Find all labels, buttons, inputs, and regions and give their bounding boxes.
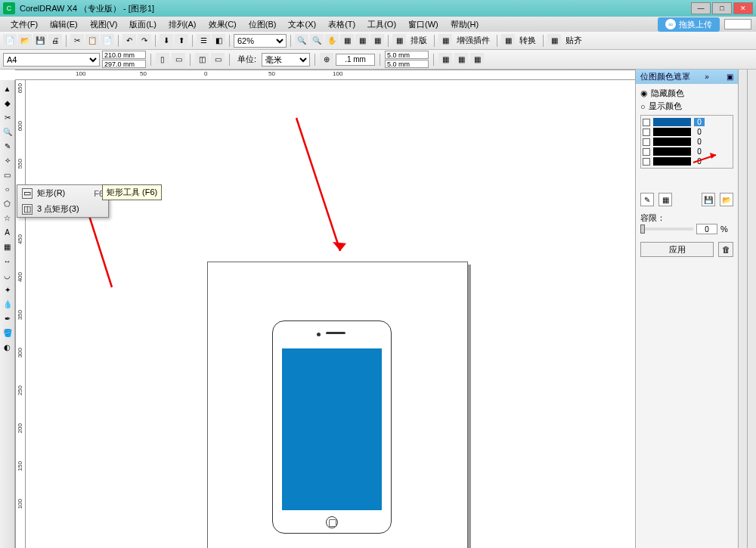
interactive-fill-tool[interactable]: ◐ (1, 340, 14, 354)
ellipse-tool[interactable]: ○ (1, 182, 14, 196)
import-button[interactable]: ⬇ (160, 34, 173, 48)
hide-color-radio[interactable]: ◉ 隐藏颜色 (640, 87, 733, 100)
flyout-rectangle[interactable]: ▭ 矩形(R) F6 (17, 185, 108, 201)
page-width-input[interactable] (102, 51, 146, 59)
color-palette-strip[interactable] (738, 70, 747, 548)
tolerance-input[interactable] (696, 224, 717, 234)
docker-tabs-strip[interactable] (747, 70, 756, 548)
polygon-tool[interactable]: ⬠ (1, 197, 14, 210)
pan-button[interactable]: ✋ (325, 34, 339, 48)
flyout-label: 矩形(R) (37, 187, 82, 199)
menu-tools[interactable]: 工具(O) (361, 17, 402, 32)
docker-title-bar[interactable]: 位图颜色遮罩 » ▣ (636, 70, 738, 84)
paper-select[interactable]: A4 (3, 53, 100, 67)
enhance-icon[interactable]: ▦ (438, 34, 452, 48)
paste-button[interactable]: 📄 (101, 34, 114, 48)
upload-icon: ∞ (665, 19, 676, 29)
cut-button[interactable]: ✂ (70, 34, 84, 48)
menu-effects[interactable]: 效果(C) (203, 17, 243, 32)
effects-tool[interactable]: ✦ (1, 283, 14, 296)
apply-button[interactable]: 应用 (640, 242, 714, 257)
delete-button[interactable]: 🗑 (718, 242, 733, 257)
welcome-button[interactable]: ◧ (212, 34, 225, 48)
pick-tool[interactable]: ▲ (1, 82, 14, 95)
dup-y-input[interactable] (385, 60, 429, 68)
appstart-button[interactable]: ☰ (197, 34, 210, 48)
convert-icon[interactable]: ▦ (501, 34, 515, 48)
save-button[interactable]: 💾 (33, 34, 47, 48)
menu-view[interactable]: 视图(V) (84, 17, 124, 32)
ruler-horizontal[interactable]: 10050050100 (15, 70, 635, 80)
zoom-tool[interactable]: 🔍 (1, 125, 14, 138)
menu-file[interactable]: 文件(F) (5, 17, 44, 32)
layout-icon[interactable]: ▦ (392, 34, 406, 48)
open-mask-button[interactable]: 📂 (720, 193, 733, 206)
menu-help[interactable]: 帮助(H) (445, 17, 485, 32)
landscape-button[interactable]: ▭ (172, 53, 185, 67)
units-select[interactable]: 毫米 (262, 53, 310, 67)
show-color-radio[interactable]: ○ 显示颜色 (640, 100, 733, 113)
align-icon[interactable]: ▦ (547, 34, 561, 48)
redo-button[interactable]: ↷ (138, 34, 151, 48)
right-extra-box[interactable] (724, 19, 751, 29)
rectangle-tool[interactable]: ▭ (1, 168, 14, 181)
menu-window[interactable]: 窗口(W) (402, 17, 445, 32)
crop-tool[interactable]: ✂ (1, 110, 14, 124)
dup-x-input[interactable] (385, 51, 429, 59)
phone-drawing[interactable] (272, 320, 392, 534)
zoomout-button[interactable]: 🔍 (310, 34, 324, 48)
snap-button[interactable]: ▦ (340, 34, 354, 48)
fill-tool[interactable]: 🪣 (1, 326, 14, 339)
zoom-select[interactable]: 62% (234, 34, 287, 48)
upload-button[interactable]: ∞ 拖换上传 (658, 17, 720, 32)
connector-tool[interactable]: ◡ (1, 268, 14, 282)
snap2-button[interactable]: ▦ (355, 34, 369, 48)
maximize-button[interactable]: □ (712, 2, 732, 14)
save-mask-button[interactable]: 💾 (702, 193, 715, 206)
text-tool[interactable]: A (1, 225, 14, 239)
snap-toggle-button[interactable]: ▦ (470, 53, 484, 67)
snap3-button[interactable]: ▦ (370, 34, 384, 48)
basic-shapes-tool[interactable]: ☆ (1, 211, 14, 224)
color-row-1[interactable]: 0 (643, 127, 731, 137)
draworder-button[interactable]: ▦ (454, 53, 468, 67)
color-picker-button[interactable]: ▦ (658, 193, 672, 206)
outline-tool[interactable]: ✒ (1, 311, 14, 325)
zoomin-button[interactable]: 🔍 (295, 34, 308, 48)
eyedropper-tool[interactable]: 💧 (1, 297, 14, 311)
canvas[interactable] (26, 80, 635, 548)
menu-text[interactable]: 文本(X) (282, 17, 322, 32)
nudge-input[interactable] (336, 54, 375, 66)
all-pages-button[interactable]: ◫ (195, 53, 209, 67)
menu-edit[interactable]: 编辑(E) (44, 17, 84, 32)
treat-as-filled-button[interactable]: ▦ (438, 53, 452, 67)
flyout-3point-rect[interactable]: ◫ 3 点矩形(3) (17, 201, 108, 217)
ruler-vertical[interactable]: 650600550500450400350300250200150100 (15, 80, 26, 548)
current-page-button[interactable]: ▭ (211, 53, 225, 67)
open-button[interactable]: 📂 (18, 34, 32, 48)
tolerance-slider[interactable] (640, 228, 693, 231)
print-button[interactable]: 🖨 (48, 34, 62, 48)
dimension-tool[interactable]: ↔ (1, 254, 14, 268)
close-button[interactable]: ✕ (733, 2, 753, 14)
edit-color-button[interactable]: ✎ (640, 193, 654, 206)
copy-button[interactable]: 📋 (85, 34, 99, 48)
new-button[interactable]: 📄 (3, 34, 17, 48)
menu-table[interactable]: 表格(T) (322, 17, 361, 32)
freehand-tool[interactable]: ✎ (1, 139, 14, 153)
docker-close-icon[interactable]: ▣ (727, 73, 733, 81)
portrait-button[interactable]: ▯ (156, 53, 169, 67)
menu-bitmap[interactable]: 位图(B) (243, 17, 283, 32)
table-tool[interactable]: ▦ (1, 240, 14, 253)
menu-arrange[interactable]: 排列(A) (163, 17, 203, 32)
menu-layout[interactable]: 版面(L) (123, 17, 162, 32)
smart-tool[interactable]: ✧ (1, 153, 14, 167)
page-height-input[interactable] (102, 60, 146, 68)
minimize-button[interactable]: — (691, 2, 711, 14)
export-button[interactable]: ⬆ (175, 34, 188, 48)
undo-button[interactable]: ↶ (122, 34, 136, 48)
color-row-2[interactable]: 0 (643, 137, 731, 147)
docker-collapse-icon[interactable]: » (705, 73, 709, 81)
color-row-0[interactable]: 0 (643, 117, 731, 127)
shape-tool[interactable]: ◆ (1, 96, 14, 110)
